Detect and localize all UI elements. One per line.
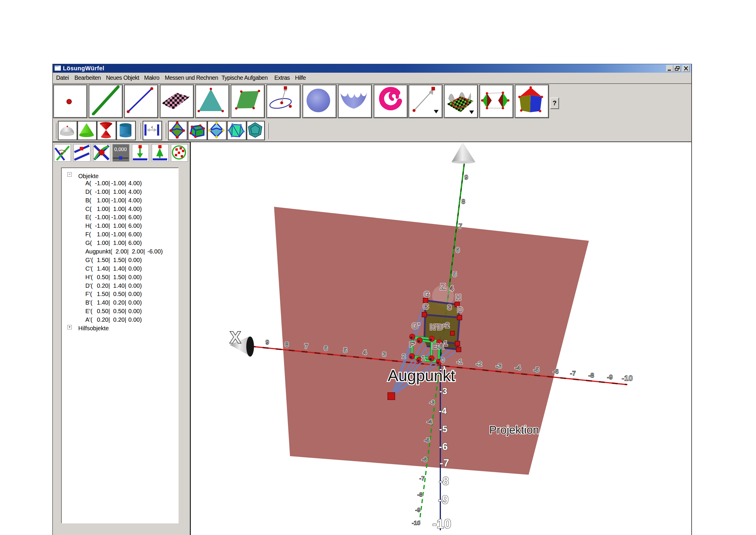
svg-text:2: 2 <box>402 352 405 360</box>
svg-text:-6: -6 <box>422 456 427 463</box>
svg-text:5: 5 <box>343 347 347 354</box>
svg-text:Augpunkt: Augpunkt <box>388 367 455 385</box>
svg-text:3: 3 <box>382 351 386 358</box>
svg-text:D: D <box>457 305 463 314</box>
svg-text:H'D': H'D' <box>430 323 445 331</box>
svg-text:C: C <box>423 302 429 311</box>
svg-text:8: 8 <box>285 341 288 348</box>
svg-text:-5: -5 <box>424 437 430 444</box>
svg-text:-7: -7 <box>570 370 576 377</box>
svg-text:1: 1 <box>421 354 425 362</box>
svg-text:-9: -9 <box>415 507 420 514</box>
svg-text:6: 6 <box>324 345 328 352</box>
svg-text:-10: -10 <box>622 374 633 382</box>
svg-text:-5: -5 <box>439 424 447 434</box>
svg-text:-3: -3 <box>429 399 435 406</box>
svg-text:-4: -4 <box>515 364 521 371</box>
svg-text:-4: -4 <box>427 419 432 425</box>
svg-text:4: 4 <box>363 349 367 356</box>
svg-text:9: 9 <box>265 339 269 346</box>
svg-text:5: 5 <box>453 270 457 278</box>
svg-text:-8: -8 <box>439 475 449 488</box>
svg-text:-9: -9 <box>438 493 448 506</box>
svg-text:-5: -5 <box>533 366 539 373</box>
svg-text:6: 6 <box>456 246 460 254</box>
svg-text:-3: -3 <box>496 362 502 370</box>
svg-text:G: G <box>424 290 430 299</box>
svg-text:-8: -8 <box>417 492 422 498</box>
svg-text:7: 7 <box>305 342 308 350</box>
svg-text:-8: -8 <box>588 372 594 379</box>
svg-text:Projektion: Projektion <box>489 424 539 436</box>
svg-text:-2: -2 <box>476 360 482 368</box>
svg-text:4: 4 <box>449 285 454 293</box>
svg-text:-1: -1 <box>457 358 463 365</box>
svg-text:2: 2 <box>445 322 449 329</box>
svg-text:X: X <box>230 328 241 347</box>
svg-text:8: 8 <box>462 198 465 205</box>
svg-text:3: 3 <box>447 303 451 311</box>
svg-text:-10: -10 <box>432 517 451 531</box>
svg-text:9: 9 <box>465 173 468 181</box>
svg-text:F': F' <box>409 341 415 348</box>
svg-text:-6: -6 <box>553 368 559 375</box>
svg-text:0,000: 0,000 <box>114 147 127 152</box>
svg-text:G': G' <box>412 322 419 330</box>
svg-text:-4: -4 <box>439 406 447 416</box>
svg-text:H: H <box>456 293 461 302</box>
svg-text:Z: Z <box>440 282 446 292</box>
svg-text:1: 1 <box>444 339 448 347</box>
svg-text:7: 7 <box>459 222 463 230</box>
svg-text:-9: -9 <box>607 373 613 381</box>
svg-text:-6: -6 <box>439 441 448 452</box>
svg-text:-7: -7 <box>440 457 449 469</box>
svg-text:-10: -10 <box>412 520 420 526</box>
svg-text:-3: -3 <box>440 386 447 396</box>
svg-text:0: 0 <box>441 356 445 364</box>
svg-text:-7: -7 <box>419 475 425 482</box>
